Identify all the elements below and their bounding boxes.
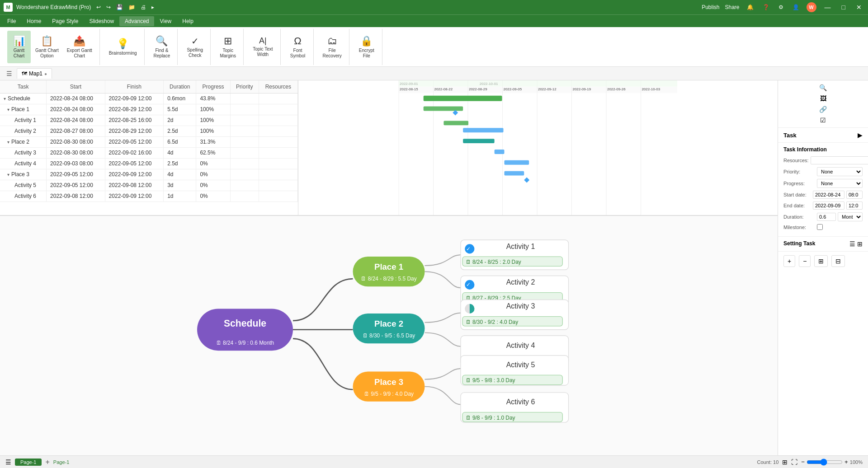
zoom-slider[interactable] (807, 459, 843, 466)
panel-collapse-button[interactable]: ▶ (858, 131, 863, 139)
publish-link[interactable]: Publish (702, 4, 719, 10)
table-row[interactable]: ▾Place 2 2022-08-30 08:00 2022-09-05 12:… (0, 136, 298, 147)
gantt-chart-button[interactable]: 📊 GanttChart (7, 31, 31, 63)
svg-text:2022-09-26: 2022-09-26 (607, 87, 626, 91)
fit-page-button[interactable]: ⊞ (782, 459, 788, 466)
table-row[interactable]: ▾Place 1 2022-08-24 08:00 2022-08-29 12:… (0, 104, 298, 115)
account-button[interactable]: 👤 (791, 3, 801, 11)
table-row[interactable]: ▾Place 3 2022-09-05 12:00 2022-09-09 12:… (0, 169, 298, 180)
resources-input[interactable] (811, 156, 868, 164)
maximize-button[interactable]: □ (839, 3, 848, 12)
map-tab-label: Map1 (29, 70, 42, 77)
menu-home[interactable]: Home (21, 16, 47, 26)
end-date-input[interactable] (813, 201, 844, 210)
table-row[interactable]: Activity 5 2022-09-05 12:00 2022-09-08 1… (0, 180, 298, 191)
setting-grid2-button[interactable]: ⊟ (831, 255, 845, 267)
menu-help[interactable]: Help (177, 16, 199, 26)
panel-title: Task (783, 132, 797, 139)
duration-input[interactable] (817, 213, 836, 221)
progress-select[interactable]: None (817, 179, 863, 188)
titlebar-actions: Publish Share 🔔 ❓ ⚙ 👤 W — □ ✕ (702, 2, 864, 12)
add-page-button[interactable]: + (45, 458, 49, 466)
export-gantt-label: Export GanttChart (67, 48, 92, 59)
menu-view[interactable]: View (154, 16, 177, 26)
table-row[interactable]: Activity 4 2022-09-03 08:00 2022-09-05 1… (0, 158, 298, 169)
topic-margins-icon: ⊞ (224, 35, 232, 47)
table-row[interactable]: Activity 2 2022-08-27 08:00 2022-08-29 1… (0, 126, 298, 136)
panel-icon-link[interactable]: 🔗 (780, 104, 866, 115)
encrypt-file-button[interactable]: 🔒 EncryptFile (355, 31, 378, 63)
panel-toggle-icon[interactable]: ☰ (4, 69, 15, 78)
setting-grid1-button[interactable]: ⊞ (814, 255, 828, 267)
setting-add-button[interactable]: + (783, 255, 795, 267)
tab-close-icon[interactable]: ● (44, 71, 47, 76)
more-button[interactable]: ▸ (150, 3, 156, 11)
milestone-label: Milestone: (783, 225, 815, 230)
file-recovery-button[interactable]: 🗂 FileRecovery (319, 31, 345, 63)
table-row[interactable]: Activity 1 2022-08-24 08:00 2022-08-25 1… (0, 115, 298, 126)
font-symbol-label: FontSymbol (290, 48, 305, 59)
setting-remove-button[interactable]: − (799, 255, 811, 267)
open-button[interactable]: 📁 (127, 3, 137, 11)
topic-margins-button[interactable]: ⊞ TopicMargins (216, 31, 240, 63)
zoom-out-button[interactable]: − (801, 459, 805, 465)
duration-unit-select[interactable]: Month Day (838, 212, 863, 221)
fullscreen-button[interactable]: ⛶ (791, 459, 797, 466)
gantt-chart-icon: 📊 (13, 35, 25, 47)
ribbon-group-font: Ω FontSymbol (283, 29, 314, 65)
panel-icon-search[interactable]: 🔍 (780, 82, 866, 93)
table-row[interactable]: ▾Schedule 2022-08-24 08:00 2022-09-09 12… (0, 93, 298, 104)
font-symbol-button[interactable]: Ω FontSymbol (286, 31, 310, 63)
svg-rect-24 (463, 128, 503, 132)
help-button[interactable]: ❓ (761, 3, 771, 11)
save-button[interactable]: 💾 (114, 3, 125, 11)
task-name-schedule: ▾Schedule (0, 93, 47, 104)
spelling-check-button[interactable]: ✓ SpellingCheck (183, 31, 207, 63)
milestone-row: Milestone: (783, 224, 863, 230)
table-row[interactable]: Activity 3 2022-08-30 08:00 2022-09-02 1… (0, 147, 298, 158)
milestone-checkbox[interactable] (817, 224, 823, 230)
page-tab[interactable]: Page-1 (15, 459, 42, 466)
menu-page-style[interactable]: Page Style (47, 16, 84, 26)
find-replace-label: Find &Replace (154, 48, 170, 59)
task-resources (259, 93, 297, 104)
sidebar-toggle[interactable]: ☰ (5, 459, 11, 466)
start-date-input[interactable] (813, 191, 844, 199)
canvas-area: Task Start Finish Duration Progress Prio… (0, 80, 778, 455)
place1-node-label: Place 1 (374, 262, 403, 271)
redo-button[interactable]: ↪ (104, 3, 113, 11)
priority-select[interactable]: None (817, 167, 863, 176)
menubar: File Home Page Style Slideshow Advanced … (0, 14, 868, 27)
gantt-option-label: Gantt ChartOption (35, 48, 59, 59)
setting-grid-icon[interactable]: ⊞ (857, 240, 863, 248)
minimize-button[interactable]: — (822, 3, 834, 12)
end-time-input[interactable] (846, 201, 863, 210)
menu-advanced[interactable]: Advanced (119, 16, 154, 26)
gantt-chart-option-button[interactable]: 📋 Gantt ChartOption (32, 31, 62, 63)
panel-icon-image[interactable]: 🖼 (780, 93, 866, 104)
topic-margins-label: TopicMargins (220, 48, 236, 59)
undo-button[interactable]: ↩ (94, 3, 103, 11)
notification-button[interactable]: 🔔 (745, 3, 755, 11)
zoom-in-button[interactable]: + (844, 459, 848, 465)
export-gantt-button[interactable]: 📤 Export GanttChart (63, 31, 96, 63)
settings-button[interactable]: ⚙ (777, 3, 785, 11)
current-page-tab[interactable]: Page-1 (53, 459, 69, 465)
zoom-level: 100% (850, 459, 863, 465)
find-replace-button[interactable]: 🔍 Find &Replace (150, 31, 174, 63)
table-row[interactable]: Activity 6 2022-09-08 12:00 2022-09-09 1… (0, 191, 298, 201)
task-name: ▾Place 3 (0, 169, 47, 180)
start-time-input[interactable] (846, 191, 863, 199)
setting-list-icon[interactable]: ☰ (849, 240, 855, 248)
share-link[interactable]: Share (725, 4, 740, 10)
close-button[interactable]: ✕ (854, 3, 864, 12)
panel-icon-check[interactable]: ☑ (780, 115, 866, 126)
brainstorming-button[interactable]: 💡 Brainstorming (105, 31, 141, 63)
topic-text-width-button[interactable]: A| Topic TextWidth (249, 31, 276, 63)
menu-file[interactable]: File (2, 16, 21, 26)
print-button[interactable]: 🖨 (139, 3, 148, 11)
map-tab[interactable]: 🗺 Map1 ● (17, 68, 52, 79)
task-name: Activity 1 (0, 115, 47, 126)
menu-slideshow[interactable]: Slideshow (84, 16, 119, 26)
ribbon-group-brainstorm: 💡 Brainstorming (102, 29, 145, 65)
